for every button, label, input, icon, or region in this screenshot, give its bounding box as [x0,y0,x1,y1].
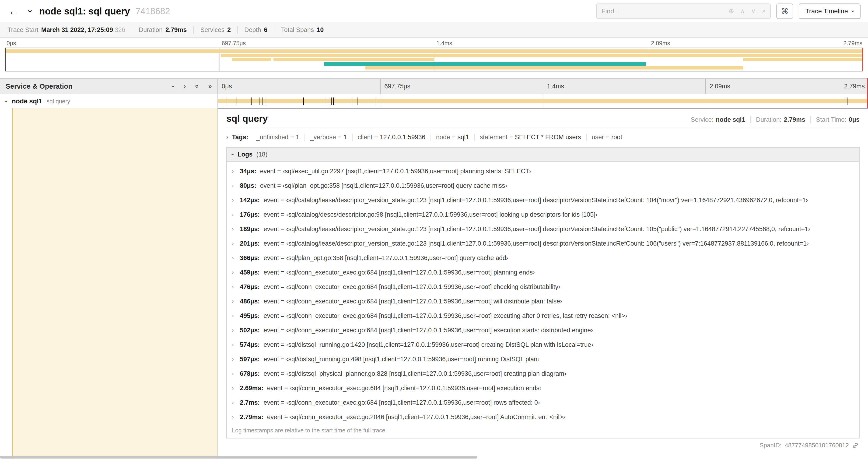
log-event-text: event = ‹sql/catalog/descs/descriptor.go… [264,211,597,218]
view-selector-label: Trace Timeline [805,7,848,15]
tag-item: _verbose=1 [305,134,352,141]
log-row[interactable]: › 189μs: event = ‹sql/catalog/lease/desc… [227,222,859,236]
log-event-text: event = ‹sql/conn_executor_exec.go:2046 … [267,414,565,421]
log-event-text: event = ‹sql/catalog/lease/descriptor_ve… [264,226,810,233]
span-duration-bar[interactable] [218,99,868,103]
minimap-tick-labels: 0μs 697.75μs 1.4ms 2.09ms 2.79ms [5,40,863,47]
horizontal-scrollbar[interactable] [0,456,477,459]
tag-equals: = [452,134,456,141]
keyboard-shortcuts-button[interactable]: ⌘ [776,3,793,19]
collapse-one-icon[interactable]: › [170,85,177,87]
next-match-icon[interactable]: ∨ [751,8,756,14]
log-row[interactable]: › 502μs: event = ‹sql/conn_executor_exec… [227,323,859,337]
ruler-column: 1.4ms [543,79,705,94]
log-row[interactable]: › 34μs: event = ‹sql/exec_util.go:2297 [… [227,164,859,178]
logs-header[interactable]: › Logs (18) [227,147,859,162]
log-marker-tick [352,97,352,105]
tag-item: node=sql1 [431,134,474,141]
log-marker-tick [376,97,376,105]
minimap-tick: 697.75μs [222,40,246,47]
tag-key: client [358,134,372,141]
tag-item: statement=SELECT * FROM users [474,134,586,141]
clear-search-icon[interactable]: × [762,8,766,14]
stat-label: Total Spans [281,26,314,33]
chevron-right-icon: › [232,168,240,174]
stat-label: Depth [244,26,261,33]
chevron-right-icon: › [232,197,240,203]
log-timestamp: 2.69ms: [240,385,264,392]
span-row-name-cell[interactable]: › node sql1 sql query [0,94,217,108]
minimap-span [274,58,434,61]
chevron-right-icon[interactable]: › [226,134,228,140]
log-row[interactable]: › 176μs: event = ‹sql/catalog/descs/desc… [227,207,859,222]
log-row[interactable]: › 486μs: event = ‹sql/conn_executor_exec… [227,294,859,308]
ruler-tick: 2.79ms [844,79,865,94]
log-row[interactable]: › 574μs: event = ‹sql/distsql_running.go… [227,337,859,352]
span-row-track[interactable] [217,94,868,108]
tag-key: _unfinished [256,134,288,141]
chevron-right-icon: › [232,342,240,348]
log-row[interactable]: › 2.69ms: event = ‹sql/conn_executor_exe… [227,381,859,395]
span-row[interactable]: › node sql1 sql query [0,94,868,108]
view-selector-button[interactable]: Trace Timeline › [799,3,861,19]
log-row[interactable]: › 142μs: event = ‹sql/catalog/lease/desc… [227,193,859,207]
log-row[interactable]: › 678μs: event = ‹sql/distsql_physical_p… [227,366,859,381]
log-row[interactable]: › 597μs: event = ‹sql/distsql_running.go… [227,352,859,366]
log-row[interactable]: › 201μs: event = ‹sql/catalog/lease/desc… [227,236,859,251]
chevron-right-icon: › [232,183,240,189]
log-event-text: event = ‹sql/distsql_running.go:498 [nsq… [264,356,540,363]
tag-value: 1 [343,134,347,141]
collapse-all-icon[interactable]: » [194,85,200,88]
find-input[interactable] [601,7,722,15]
minimap-right-scrubber[interactable] [862,48,863,71]
span-operation-name: sql query [46,98,70,105]
tag-item: user=root [587,134,627,141]
log-row[interactable]: › 476μs: event = ‹sql/conn_executor_exec… [227,280,859,294]
tag-value: SELECT * FROM users [515,134,581,141]
trace-stat: Services2 [194,26,238,34]
stat-value: 2.79ms [165,26,187,33]
log-row[interactable]: › 459μs: event = ‹sql/conn_executor_exec… [227,265,859,280]
log-row[interactable]: › 495μs: event = ‹sql/conn_executor_exec… [227,308,859,323]
tag-equals: = [374,134,378,141]
log-row[interactable]: › 366μs: event = ‹sql/plan_opt.go:358 [n… [227,251,859,265]
trace-id: 7418682 [135,6,170,16]
prev-match-icon[interactable]: ∧ [740,8,745,14]
meta-value: node sql1 [716,116,745,123]
focus-match-icon[interactable]: ⊕ [729,8,734,14]
chevron-right-icon: › [232,212,240,217]
link-icon[interactable] [852,442,859,449]
back-icon[interactable]: ← [7,5,20,17]
log-event-text: event = ‹sql/conn_executor_exec.go:684 [… [264,399,540,406]
log-timestamp: 502μs: [240,327,260,334]
log-timestamp: 34μs: [240,168,256,175]
chevron-right-icon: › [232,400,240,405]
minimap-tick: 1.4ms [436,40,452,47]
chevron-right-icon: › [232,255,240,261]
chevron-down-icon[interactable]: › [26,10,34,12]
tag-equals: = [338,134,342,141]
log-row[interactable]: › 2.7ms: event = ‹sql/conn_executor_exec… [227,395,859,410]
log-event-text: event = ‹sql/conn_executor_exec.go:684 [… [264,327,593,334]
tag-item: _unfinished=1 [251,134,305,141]
minimap-span [743,58,863,61]
log-marker-tick [333,97,334,105]
log-event-text: event = ‹sql/conn_executor_exec.go:684 [… [264,283,560,291]
minimap-graph[interactable] [5,47,863,72]
tags-row[interactable]: › Tags: _unfinished=1 _verbose=1 c [226,133,860,141]
chevron-right-icon: › [232,284,240,290]
minimap-tick: 0μs [6,40,16,47]
expand-all-icon[interactable]: » [208,83,212,90]
collapse-span-icon[interactable]: › [3,100,9,102]
logs-count: (18) [256,151,268,158]
timeline-end-marker [867,78,868,108]
expand-one-icon[interactable]: › [184,83,186,90]
log-timestamp: 574μs: [240,341,260,349]
trace-minimap[interactable]: 0μs 697.75μs 1.4ms 2.09ms 2.79ms [5,40,863,72]
minimap-left-scrubber[interactable] [5,48,6,71]
chevron-right-icon: › [232,270,240,275]
log-row[interactable]: › 80μs: event = ‹sql/plan_opt.go:358 [ns… [227,178,859,193]
ruler-tick: 1.4ms [547,83,564,90]
log-marker-tick [331,97,332,105]
log-row[interactable]: › 2.79ms: event = ‹sql/conn_executor_exe… [227,410,859,424]
